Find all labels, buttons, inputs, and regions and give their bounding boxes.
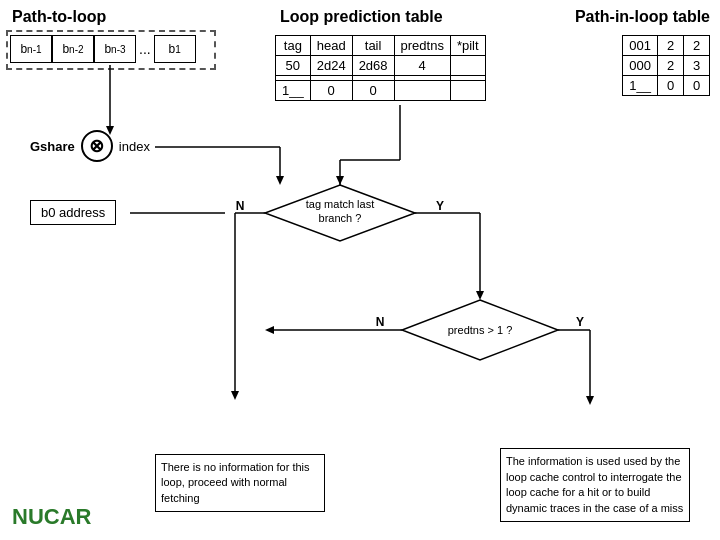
svg-marker-17 bbox=[402, 300, 558, 360]
ptl-boxes: bn-1 bn-2 bn-3 ... b1 bbox=[10, 35, 196, 63]
lpt-r3-predtns bbox=[394, 81, 450, 101]
svg-marker-30 bbox=[336, 176, 344, 185]
lpt-r1-pilt bbox=[450, 56, 485, 76]
pil-h2: 2 bbox=[658, 36, 684, 56]
ptl-box-bn2: bn-2 bbox=[52, 35, 94, 63]
lpt-r3-tail: 0 bbox=[352, 81, 394, 101]
lpt-header-predtns: predtns bbox=[394, 36, 450, 56]
title-path-in-loop-table: Path-in-loop table bbox=[575, 8, 710, 26]
ptl-box-b1: b1 bbox=[154, 35, 196, 63]
loop-prediction-table: tag head tail predtns *pilt 50 2d24 2d68… bbox=[275, 35, 486, 101]
lpt-r1-tag: 50 bbox=[276, 56, 311, 76]
lpt-header-tail: tail bbox=[352, 36, 394, 56]
svg-marker-6 bbox=[265, 185, 415, 241]
lpt-header-head: head bbox=[310, 36, 352, 56]
lpt-header-tag: tag bbox=[276, 36, 311, 56]
svg-marker-12 bbox=[231, 391, 239, 400]
info-box-left: There is no information for this loop, p… bbox=[155, 454, 325, 512]
pil-h3: 2 bbox=[684, 36, 710, 56]
svg-text:branch ?: branch ? bbox=[319, 212, 362, 224]
gshare-label: Gshare bbox=[30, 139, 75, 154]
svg-marker-5 bbox=[276, 176, 284, 185]
lpt-r3-head: 0 bbox=[310, 81, 352, 101]
pil-r2c1: 1__ bbox=[623, 76, 658, 96]
pil-r2c3: 0 bbox=[684, 76, 710, 96]
ptl-ellipsis: ... bbox=[136, 41, 154, 57]
svg-text:Y: Y bbox=[436, 199, 444, 213]
path-in-loop-table: 001 2 2 000 2 3 1__ 0 0 bbox=[622, 35, 710, 96]
lpt-r1-tail: 2d68 bbox=[352, 56, 394, 76]
pil-r1c2: 2 bbox=[658, 56, 684, 76]
pil-h1: 001 bbox=[623, 36, 658, 56]
svg-text:N: N bbox=[236, 199, 245, 213]
xor-symbol: ⊗ bbox=[81, 130, 113, 162]
ptl-box-bn3: bn-3 bbox=[94, 35, 136, 63]
svg-marker-16 bbox=[476, 291, 484, 300]
svg-text:N: N bbox=[376, 315, 385, 329]
svg-marker-26 bbox=[586, 396, 594, 405]
lpt-r1-predtns: 4 bbox=[394, 56, 450, 76]
ptl-box-bn1: bn-1 bbox=[10, 35, 52, 63]
gshare-area: Gshare ⊗ index bbox=[30, 130, 150, 162]
svg-text:tag match last: tag match last bbox=[306, 198, 374, 210]
lpt-header-pilt: *pilt bbox=[450, 36, 485, 56]
lpt-r3-pilt bbox=[450, 81, 485, 101]
lpt-r3-tag: 1__ bbox=[276, 81, 311, 101]
title-loop-prediction-table: Loop prediction table bbox=[280, 8, 443, 26]
svg-marker-22 bbox=[265, 326, 274, 334]
index-label: index bbox=[119, 139, 150, 154]
pil-r1c3: 3 bbox=[684, 56, 710, 76]
info-box-right: The information is used used by the loop… bbox=[500, 448, 690, 522]
title-path-to-loop: Path-to-loop bbox=[12, 8, 106, 26]
nucar-logo: NUCAR bbox=[12, 504, 91, 530]
lpt-r1-head: 2d24 bbox=[310, 56, 352, 76]
b0-address-box: b0 address bbox=[30, 200, 116, 225]
pil-r1c1: 000 bbox=[623, 56, 658, 76]
svg-text:predtns > 1 ?: predtns > 1 ? bbox=[448, 324, 513, 336]
pil-r2c2: 0 bbox=[658, 76, 684, 96]
svg-text:Y: Y bbox=[576, 315, 584, 329]
